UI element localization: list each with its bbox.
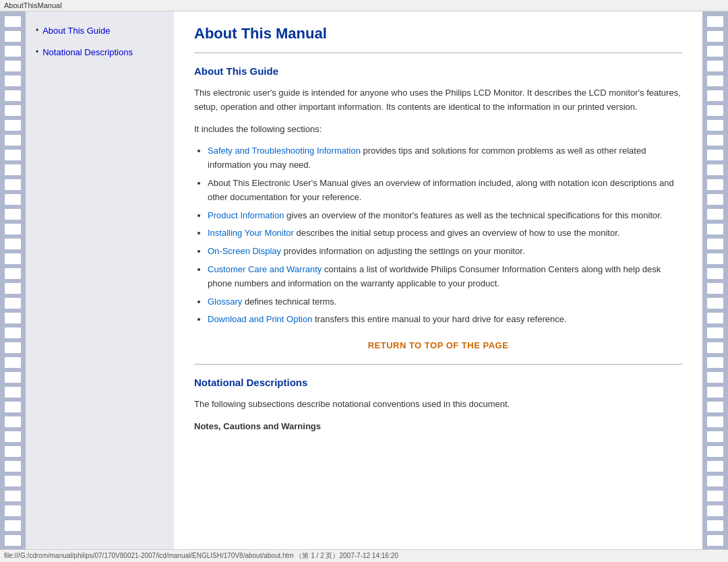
border-tooth (707, 135, 723, 146)
list-item: Glossary defines technical terms. (208, 295, 682, 309)
border-tooth (5, 327, 21, 338)
border-tooth (707, 90, 723, 101)
border-tooth (5, 61, 21, 71)
sidebar-bullet: • (36, 25, 38, 36)
border-tooth (707, 313, 723, 323)
list-item: Safety and Troubleshooting Information p… (208, 144, 682, 173)
section-about-guide: About This Guide This electronic user's … (194, 65, 682, 350)
border-tooth (5, 505, 21, 516)
notational-heading: Notational Descriptions (194, 377, 682, 388)
border-tooth (5, 179, 21, 190)
download-print-link[interactable]: Download and Print Option (208, 314, 312, 324)
border-tooth (5, 402, 21, 412)
border-tooth (5, 120, 21, 131)
border-tooth (5, 105, 21, 116)
border-tooth (707, 283, 723, 294)
sidebar-bullet: • (36, 46, 38, 58)
main-layout: • About This Guide • Notational Descript… (0, 11, 728, 562)
border-tooth (5, 239, 21, 249)
border-tooth (5, 46, 21, 57)
list-item: On-Screen Display provides information o… (208, 245, 682, 259)
border-tooth (707, 431, 723, 442)
border-tooth (5, 535, 21, 546)
list-item: Product Information gives an overview of… (208, 209, 682, 223)
product-info-link[interactable]: Product Information (208, 210, 284, 220)
border-tooth (5, 150, 21, 160)
notes-subheading: Notes, Cautions and Warnings (194, 420, 682, 434)
title-bar: AboutThisManual (0, 0, 728, 11)
page-title: About This Manual (194, 25, 682, 42)
middle-divider (194, 364, 682, 365)
border-tooth (707, 253, 723, 264)
border-tooth (5, 520, 21, 531)
sidebar-link-about-guide[interactable]: About This Guide (42, 25, 110, 37)
list-item: Download and Print Option transfers this… (208, 313, 682, 327)
border-tooth (707, 520, 723, 531)
border-tooth (5, 209, 21, 220)
border-tooth (5, 431, 21, 442)
border-tooth (707, 342, 723, 353)
status-bar-text: file:///G:/cdrom/manual/philips/07/170V8… (4, 552, 398, 559)
border-tooth (5, 476, 21, 487)
about-guide-intro: This electronic user's guide is intended… (194, 86, 682, 115)
border-tooth (707, 372, 723, 383)
title-bar-text: AboutThisManual (4, 1, 62, 9)
border-tooth (707, 75, 723, 86)
border-tooth (707, 164, 723, 175)
border-tooth (707, 461, 723, 472)
border-tooth (5, 283, 21, 294)
sidebar-item-about-guide[interactable]: • About This Guide (36, 25, 164, 37)
border-tooth (707, 505, 723, 516)
sidebar: • About This Guide • Notational Descript… (26, 11, 174, 562)
border-tooth (707, 387, 723, 398)
glossary-link[interactable]: Glossary (208, 296, 242, 307)
border-tooth (5, 446, 21, 457)
list-item: Customer Care and Warranty contains a li… (208, 263, 682, 291)
left-border (0, 11, 26, 562)
border-tooth (5, 491, 21, 501)
installing-monitor-link[interactable]: Installing Your Monitor (208, 228, 294, 238)
border-tooth (707, 402, 723, 412)
return-to-top-link[interactable]: RETURN TO TOP OF THE PAGE (194, 340, 682, 350)
border-tooth (707, 476, 723, 487)
list-item: About This Electronic User's Manual give… (208, 177, 682, 205)
sidebar-link-notational[interactable]: Notational Descriptions (42, 46, 133, 59)
about-guide-heading: About This Guide (194, 65, 682, 77)
sidebar-item-notational[interactable]: • Notational Descriptions (36, 46, 164, 59)
border-tooth (5, 313, 21, 323)
border-tooth (5, 31, 21, 42)
top-divider (194, 53, 682, 53)
border-tooth (707, 491, 723, 501)
follow-text: It includes the following sections: (194, 123, 682, 137)
border-tooth (707, 224, 723, 235)
border-tooth (5, 416, 21, 427)
content-list: Safety and Troubleshooting Information p… (208, 144, 682, 327)
border-tooth (5, 16, 21, 27)
safety-link[interactable]: Safety and Troubleshooting Information (208, 146, 361, 156)
osd-link[interactable]: On-Screen Display (208, 246, 281, 256)
customer-care-link[interactable]: Customer Care and Warranty (208, 264, 322, 274)
border-tooth (707, 416, 723, 427)
border-tooth (707, 298, 723, 309)
list-item: Installing Your Monitor describes the in… (208, 226, 682, 241)
right-border (702, 11, 728, 562)
border-tooth (707, 31, 723, 42)
border-tooth (5, 357, 21, 368)
border-tooth (707, 268, 723, 279)
border-tooth (5, 342, 21, 353)
border-tooth (5, 387, 21, 398)
border-tooth (707, 150, 723, 160)
border-tooth (707, 239, 723, 249)
section-notational: Notational Descriptions The following su… (194, 377, 682, 434)
border-tooth (5, 135, 21, 146)
border-tooth (707, 46, 723, 57)
status-bar: file:///G:/cdrom/manual/philips/07/170V8… (0, 549, 728, 562)
border-tooth (707, 535, 723, 546)
border-tooth (707, 194, 723, 205)
border-tooth (707, 446, 723, 457)
border-tooth (707, 61, 723, 71)
content-area: About This Manual About This Guide This … (174, 11, 702, 562)
border-tooth (707, 357, 723, 368)
border-tooth (707, 120, 723, 131)
border-tooth (707, 105, 723, 116)
